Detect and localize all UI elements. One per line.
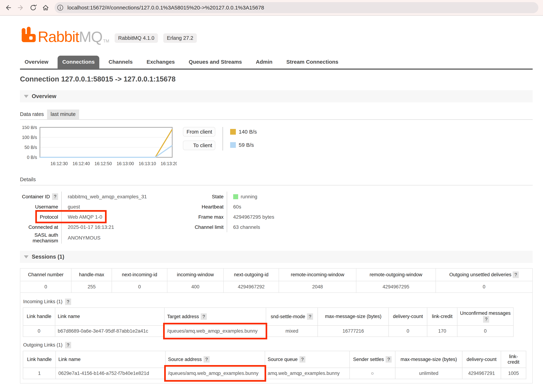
detail-row-protocol: Protocol Web AMQP 1-0: [20, 212, 177, 222]
svg-text:16:13:00: 16:13:00: [117, 161, 134, 166]
svg-text:150 B/s: 150 B/s: [22, 126, 37, 130]
from-client-rate: 140 B/s: [230, 129, 257, 135]
help-icon[interactable]: ?: [204, 356, 210, 363]
help-icon[interactable]: ?: [300, 356, 305, 363]
help-icon[interactable]: ?: [483, 316, 489, 323]
from-client-swatch: [230, 129, 236, 135]
running-status-dot: [233, 194, 238, 199]
rabbitmq-wordmark[interactable]: RabbitMQ: [38, 29, 102, 44]
rabbitmq-logo-icon[interactable]: [20, 26, 37, 44]
section-sessions-header[interactable]: Sessions (1): [20, 251, 533, 263]
help-icon[interactable]: ?: [65, 299, 71, 305]
svg-text:0 B/s: 0 B/s: [27, 155, 37, 160]
outgoing-links-table: Link handle Link name Source address? So…: [23, 351, 526, 379]
help-icon[interactable]: ?: [307, 313, 313, 320]
chart-legend: From client To client 140 B/s 59 B/s: [183, 127, 257, 151]
help-icon[interactable]: ?: [201, 313, 207, 320]
collapse-open-icon: [24, 256, 28, 258]
incoming-links-table: Link handle Link name Target address? sn…: [23, 307, 514, 337]
help-icon[interactable]: ?: [52, 193, 58, 200]
to-client-swatch: [230, 142, 236, 148]
url-bar[interactable]: localhost:15672/#/connections/127.0.0.1%…: [55, 2, 538, 13]
svg-text:16:12:40: 16:12:40: [73, 161, 90, 166]
home-icon[interactable]: [42, 4, 49, 11]
collapse-open-icon: [24, 95, 28, 98]
reload-icon[interactable]: [30, 4, 37, 11]
tab-stream-connections[interactable]: Stream Connections: [282, 56, 343, 68]
target-address-cell-annotated: /queues/amq.web_amqp_examples.bunny: [164, 325, 266, 337]
outgoing-links-value-row: 1 0629e7a1-4156-b146-a752-f7b40e1e821d /…: [23, 368, 526, 379]
tab-channels[interactable]: Channels: [104, 56, 137, 68]
detail-row-username: Username guest: [20, 202, 177, 212]
to-client-button[interactable]: To client: [183, 141, 215, 150]
outgoing-links-label: Outgoing Links (1) ?: [23, 342, 529, 348]
incoming-links-label: Incoming Links (1) ?: [23, 299, 529, 305]
sender-settles-flag: ○: [350, 368, 395, 379]
data-rates-row: Data rates last minute: [20, 109, 533, 120]
help-icon[interactable]: ?: [513, 272, 519, 278]
sessions-value-row: 0 255 0 400 4294967292 2048 4294967295 0: [20, 281, 532, 293]
incoming-links-value-row: 0 b67d8689-0a6e-3e47-95df-87abb1e2a41c /…: [23, 325, 513, 337]
brand-header: RabbitMQ TM RabbitMQ 4.1.0 Erlang 27.2: [20, 25, 543, 44]
state-value: running: [241, 194, 257, 199]
url-text: localhost:15672/#/connections/127.0.0.1%…: [67, 5, 264, 11]
svg-text:100 B/s: 100 B/s: [22, 135, 37, 140]
detail-row-connected-at: Connected at 2025-01-17 16:13:21: [20, 222, 177, 232]
page-title: Connection 127.0.0.1:58015 -> 127.0.0.1:…: [20, 75, 543, 83]
rabbitmq-version-badge: RabbitMQ 4.1.0: [115, 33, 158, 43]
svg-text:16:12:50: 16:12:50: [95, 161, 112, 166]
tab-exchanges[interactable]: Exchanges: [142, 56, 179, 68]
legend-divider: [222, 127, 223, 151]
forward-icon[interactable]: [17, 4, 24, 11]
detail-row-container-id: Container ID? rabbitmq_web_amqp_examples…: [20, 192, 177, 202]
svg-text:16:13:10: 16:13:10: [139, 161, 156, 166]
detail-row-heartbeat: Heartbeat 60s: [184, 202, 274, 212]
sessions-table: Channel number handle-max next-incoming-…: [20, 268, 533, 383]
help-icon[interactable]: ?: [386, 356, 392, 363]
details-section: Details Container ID? rabbitmq_web_amqp_…: [20, 176, 533, 244]
outgoing-links-header-row: Link handle Link name Source address? So…: [23, 351, 526, 368]
sessions-header-row: Channel number handle-max next-incoming-…: [20, 268, 532, 281]
details-title: Details: [20, 176, 533, 186]
help-icon[interactable]: ?: [65, 342, 71, 348]
svg-text:16:12:30: 16:12:30: [51, 161, 68, 166]
detail-row-state: State running: [184, 192, 274, 202]
detail-row-sasl-auth: SASL auth mechanism ANONYMOUS: [20, 232, 177, 244]
svg-text:50 B/s: 50 B/s: [24, 145, 37, 150]
to-client-rate: 59 B/s: [230, 142, 257, 148]
detail-row-channel-limit: Channel limit 63 channels: [184, 222, 274, 232]
data-rates-label: Data rates: [20, 111, 45, 119]
svg-text:16:13:20: 16:13:20: [161, 161, 177, 166]
site-info-icon[interactable]: [56, 4, 64, 11]
erlang-version-badge: Erlang 27.2: [163, 33, 197, 43]
incoming-links-header-row: Link handle Link name Target address? sn…: [23, 308, 513, 325]
data-rates-chart-area: 150 B/s100 B/s50 B/s0 B/s16:12:3016:12:4…: [20, 126, 543, 167]
main-nav: Overview Connections Channels Exchanges …: [20, 56, 533, 70]
source-address-cell-annotated: /queues/amq.web_amqp_examples.bunny: [165, 368, 265, 379]
trademark-label: TM: [103, 39, 109, 44]
tab-queues-and-streams[interactable]: Queues and Streams: [184, 56, 247, 68]
rate-mode-chip[interactable]: last minute: [47, 109, 79, 119]
section-overview-header[interactable]: Overview: [20, 90, 533, 102]
tab-connections[interactable]: Connections: [58, 56, 99, 68]
tab-overview[interactable]: Overview: [20, 56, 53, 68]
back-icon[interactable]: [5, 4, 12, 11]
from-client-button[interactable]: From client: [183, 127, 215, 136]
tab-admin[interactable]: Admin: [251, 56, 277, 68]
browser-chrome: localhost:15672/#/connections/127.0.0.1%…: [0, 0, 543, 16]
rates-line-chart: 150 B/s100 B/s50 B/s0 B/s16:12:3016:12:4…: [20, 126, 177, 167]
detail-row-frame-max: Frame max 4294967295 bytes: [184, 212, 274, 222]
